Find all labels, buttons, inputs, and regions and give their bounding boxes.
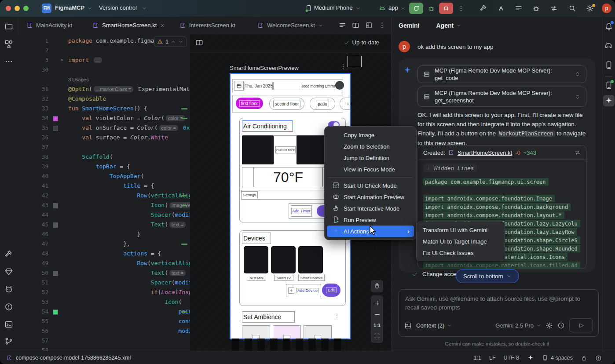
context-button[interactable]: Context (2)	[416, 322, 452, 329]
agent-mode-selector[interactable]: Agent	[436, 22, 461, 29]
vcs-menu[interactable]: Version control	[99, 4, 137, 11]
menu-item-run-preview[interactable]: Run Preview	[327, 214, 414, 226]
tool-call-get-screenshot[interactable]: MCP (Figma Remote Dev Mode MCP Server): …	[417, 87, 586, 107]
gemini-status-icon[interactable]	[527, 354, 534, 361]
run-options-kebab-icon[interactable]	[458, 5, 465, 12]
view-mode-design-icon[interactable]	[365, 22, 373, 29]
menu-item-copy-image[interactable]: Copy Image	[327, 129, 414, 141]
next-issue-icon[interactable]	[178, 39, 183, 44]
menu-item-start-interactive-mode[interactable]: Start Interactive Mode	[327, 203, 414, 214]
editor-options-kebab-icon[interactable]	[378, 22, 386, 29]
logcat-icon[interactable]	[4, 285, 13, 294]
menu-item-start-animation-preview[interactable]: Start Animation Preview	[327, 191, 414, 203]
minimize-window-button[interactable]	[15, 6, 20, 11]
preview-title[interactable]: SmartHomeScreenPreview	[230, 65, 299, 71]
tab-interestsscreen[interactable]: InterestsScreen.kt	[175, 17, 240, 34]
write-access-lock-icon[interactable]	[581, 355, 587, 361]
prev-issue-icon[interactable]	[171, 39, 176, 44]
tab-dropdown-icon[interactable]	[318, 23, 323, 28]
line-ending[interactable]: LF	[489, 355, 496, 361]
search-everywhere-icon[interactable]	[568, 4, 576, 12]
run-config-selector[interactable]: app	[388, 4, 398, 11]
inspection-widget[interactable]: 1	[154, 36, 187, 47]
stop-button[interactable]	[439, 3, 453, 14]
version-control-icon[interactable]	[4, 337, 13, 346]
menu-item-label: Start UI Check Mode	[344, 182, 410, 189]
sync-icon[interactable]	[550, 4, 558, 12]
close-window-button[interactable]	[6, 6, 11, 11]
ide-window: FM FigmaMCP Version control Medium Phone…	[0, 0, 615, 364]
view-mode-code-icon[interactable]	[339, 22, 346, 29]
model-selector[interactable]: Gemini 2.5 Pro	[495, 322, 541, 329]
resource-manager-icon[interactable]	[4, 40, 13, 48]
tool-call-get-code[interactable]: MCP (Figma Remote Dev Mode MCP Server): …	[417, 66, 586, 83]
preview-status: Up-to-date	[344, 39, 379, 46]
todo-list-icon[interactable]	[515, 4, 523, 12]
more-tools-icon[interactable]	[4, 57, 13, 66]
menu-item-view-in-focus-mode[interactable]: View in Focus Mode	[327, 164, 414, 175]
terminal-icon[interactable]	[4, 320, 13, 329]
debug-button[interactable]	[425, 3, 437, 14]
hidden-lines-chip[interactable]: Hidden Lines	[423, 164, 477, 172]
tab-welcomescreen[interactable]: WelcomeScreen.kt	[253, 17, 328, 34]
submenu-item-match-ui-to-target-image[interactable]: Match UI to Target Image	[417, 236, 505, 247]
translate-icon[interactable]	[497, 4, 505, 12]
diff-line: import androidx.compose.foundation.layou…	[423, 211, 584, 219]
scroll-to-bottom-button[interactable]: Scroll to bottom	[456, 269, 519, 283]
app-inspection-icon[interactable]	[4, 267, 13, 276]
user-avatar[interactable]: p	[602, 4, 611, 13]
code-editor[interactable]: 1package com.example.figmamcp.u23>import…	[18, 34, 190, 351]
tab-mainactivity[interactable]: MainActivity.kt	[22, 17, 77, 34]
build-tool-icon[interactable]	[4, 250, 13, 258]
expand-icon[interactable]	[575, 94, 581, 100]
indent-icon	[542, 355, 548, 361]
warning-count: 1	[165, 39, 168, 45]
project-name[interactable]: FigmaMCP	[55, 4, 84, 11]
zoom-out-icon[interactable]	[374, 311, 381, 318]
menu-item-jump-to-definition[interactable]: Jump to Definition	[327, 152, 414, 164]
view-mode-split-icon[interactable]	[352, 22, 359, 29]
history-icon[interactable]	[557, 322, 565, 329]
close-tab-icon[interactable]	[160, 23, 165, 28]
diff-deletions: -0	[515, 149, 520, 156]
menu-item-start-ui-check-mode[interactable]: Start UI Check Mode	[327, 180, 414, 191]
code-line: 56 modifier	[18, 326, 190, 336]
inspections-status-icon[interactable]	[595, 355, 602, 361]
device-selector[interactable]: Medium Phone	[314, 4, 352, 11]
status-file-name[interactable]: compose-compose-model-1758866285245.xml	[16, 355, 131, 361]
device-manager-icon[interactable]	[604, 61, 613, 69]
created-file-link[interactable]: SmartHomeScreen.kt	[458, 149, 512, 156]
zoom-fit-icon[interactable]	[374, 333, 380, 339]
preview-kebab-icon[interactable]	[340, 63, 347, 70]
submenu-item-fix-ui-check-issues[interactable]: Fix UI Check Issues	[417, 247, 505, 258]
gemini-tool-icon[interactable]	[604, 96, 613, 105]
expand-icon[interactable]	[575, 71, 581, 77]
window-controls[interactable]	[6, 6, 29, 11]
zoom-actual-button[interactable]: 1:1	[373, 323, 381, 328]
build-icon[interactable]	[480, 4, 487, 12]
gemini-input-box[interactable]: Ask Gemini, use @filename to attach sour…	[399, 289, 599, 337]
submenu-item-transform-ui-with-gemini[interactable]: Transform UI with Gemini	[417, 224, 505, 236]
line-number: 54	[31, 307, 48, 317]
fold-arrow-icon[interactable]: >	[61, 55, 64, 65]
indent-setting[interactable]: 4 spaces	[542, 355, 573, 361]
line-number: 45	[31, 220, 48, 229]
send-button[interactable]	[569, 318, 593, 332]
attach-image-icon[interactable]	[404, 322, 412, 329]
project-tool-icon[interactable]	[4, 22, 13, 31]
zoom-in-icon[interactable]	[374, 300, 381, 306]
file-encoding[interactable]: UTF-8	[504, 355, 519, 361]
gemini-sparkle-icon	[403, 66, 412, 75]
pan-button[interactable]	[371, 280, 383, 292]
split-editor-icon[interactable]	[195, 39, 203, 47]
menu-item-zoom-to-selection[interactable]: Zoom to Selection	[327, 141, 414, 152]
problems-icon[interactable]	[4, 302, 13, 311]
maximize-window-button[interactable]	[23, 6, 29, 11]
caret-position[interactable]: 1:1	[474, 355, 481, 361]
gradle-icon[interactable]	[604, 41, 613, 50]
open-diff-icon[interactable]	[574, 149, 581, 156]
chat-settings-icon[interactable]	[545, 322, 553, 329]
profiler-icon[interactable]	[532, 4, 540, 12]
tab-smarthomescreen[interactable]: SmartHomeScreen.kt	[88, 17, 169, 34]
rerun-button[interactable]	[409, 3, 423, 14]
